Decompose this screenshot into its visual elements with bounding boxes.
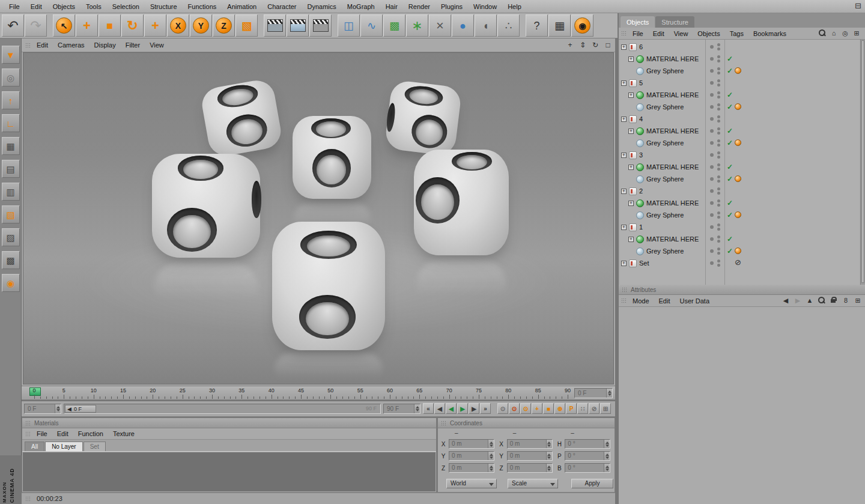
nav-forward-icon[interactable]: ▶ <box>794 297 801 304</box>
scene-die-3[interactable] <box>384 79 462 156</box>
nav-up-icon[interactable]: ▲ <box>806 297 813 304</box>
frame-slider-handle[interactable]: ◀ 0 F <box>65 405 96 413</box>
objects-panel-menu-icon[interactable]: ⊞ <box>853 29 860 37</box>
scene-die-4[interactable] <box>152 154 260 258</box>
expand-icon[interactable]: + <box>628 93 634 98</box>
stepper-icon[interactable] <box>546 452 552 460</box>
palette-edges-mode-button[interactable]: ▤ <box>2 160 20 178</box>
menu-hair[interactable]: Hair <box>380 1 403 12</box>
toolbar-lock-z-axis-button[interactable]: Z <box>213 14 235 37</box>
visibility-dots[interactable] <box>717 139 720 147</box>
menu-mograph[interactable]: MoGraph <box>342 1 380 12</box>
tree-row-material-here-10[interactable]: +MATERIAL HERE✓ <box>620 161 860 173</box>
link-view-icon[interactable]: ◎ <box>842 29 849 37</box>
menu-structure[interactable]: Structure <box>145 1 183 12</box>
viewport-menu-cameras[interactable]: Cameras <box>53 40 90 50</box>
world-dropdown[interactable]: World <box>446 479 497 488</box>
nav-back-icon[interactable]: ◀ <box>782 297 789 304</box>
menu-tools[interactable]: Tools <box>80 1 107 12</box>
tree-row-set-18[interactable]: +Set⊘ <box>620 257 860 269</box>
layer-dot[interactable] <box>710 237 714 241</box>
viewport-maximize-view-button[interactable]: □ <box>603 40 613 50</box>
layer-dot[interactable] <box>710 81 714 85</box>
stepper-icon[interactable] <box>604 464 610 472</box>
toolbar-render-picture-viewer-button[interactable] <box>287 14 309 37</box>
lock-icon[interactable] <box>830 297 837 304</box>
coordinates-drag-handle[interactable] <box>441 421 446 426</box>
tab-structure[interactable]: Structure <box>655 16 694 28</box>
attributes-drag-handle[interactable] <box>622 287 627 293</box>
menu-help[interactable]: Help <box>502 1 527 12</box>
visibility-dots[interactable] <box>717 103 720 111</box>
objects-menu-objects[interactable]: Objects <box>693 29 724 38</box>
transport-next-frame-button[interactable]: ▶ <box>469 403 479 414</box>
transport-play-backwards-button[interactable]: ◀ <box>446 403 457 414</box>
viewport-pan-view-button[interactable]: + <box>565 40 575 50</box>
coordinate-field-2-z[interactable]: 0 m <box>507 463 553 473</box>
palette-points-mode-button[interactable]: ▦ <box>2 137 20 155</box>
expand-icon[interactable]: + <box>621 261 627 266</box>
tab-objects[interactable]: Objects <box>621 16 655 28</box>
layer-dot[interactable] <box>710 153 714 157</box>
expand-icon[interactable]: + <box>628 201 634 206</box>
layer-dot[interactable] <box>710 129 714 133</box>
viewport-menu-edit[interactable]: Edit <box>32 40 53 50</box>
tree-row-grey-sphere-5[interactable]: Grey Sphere✓ <box>620 101 860 113</box>
visibility-dots[interactable] <box>717 260 720 267</box>
expand-icon[interactable]: + <box>621 153 627 158</box>
layer-dot[interactable] <box>710 93 714 97</box>
visibility-dots[interactable] <box>717 199 720 207</box>
layer-dot[interactable] <box>710 69 714 73</box>
toolbar-redo-button[interactable]: ↷ <box>25 14 47 37</box>
status-bar-handle[interactable] <box>25 496 31 502</box>
enabled-check-icon[interactable]: ✓ <box>727 199 733 207</box>
stepper-icon[interactable] <box>55 404 61 413</box>
toolbar-add-scene-object-button[interactable]: ● <box>452 14 474 37</box>
menu-objects[interactable]: Objects <box>47 1 80 12</box>
toolbar-move-tool-button[interactable]: + <box>76 14 98 37</box>
transport-keyframe-selection-button[interactable]: ⊙ <box>520 403 531 414</box>
materials-menu-file[interactable]: File <box>32 429 52 439</box>
viewport-menu-display[interactable]: Display <box>90 40 121 50</box>
window-menu-icon[interactable]: ⊟ <box>855 1 861 10</box>
attributes-menu-edit[interactable]: Edit <box>654 296 675 306</box>
coordinate-field-1-y[interactable]: 0 m <box>449 451 494 461</box>
layer-dot[interactable] <box>710 213 714 217</box>
layer-dot[interactable] <box>710 45 714 49</box>
stepper-icon[interactable] <box>546 464 552 472</box>
attributes-menu-handle[interactable] <box>621 298 627 303</box>
tree-row-grey-sphere-14[interactable]: Grey Sphere✓ <box>620 209 860 221</box>
visibility-dots[interactable] <box>717 115 720 123</box>
materials-tab-no-layer[interactable]: No Layer <box>45 442 83 451</box>
tree-row-5-3[interactable]: +5 <box>620 77 860 89</box>
layer-dot[interactable] <box>710 249 714 253</box>
find-icon[interactable] <box>818 297 825 304</box>
stepper-icon[interactable] <box>414 404 420 413</box>
enabled-check-icon[interactable]: ✓ <box>727 103 733 111</box>
visibility-dots[interactable] <box>717 175 720 183</box>
toolbar-add-sky-object-button[interactable]: ◖ <box>475 14 497 37</box>
expand-icon[interactable]: + <box>628 56 634 62</box>
expand-icon[interactable]: + <box>621 117 627 122</box>
layer-dot[interactable] <box>710 189 714 193</box>
menu-render[interactable]: Render <box>403 1 436 12</box>
palette-workplane-mode-button[interactable]: ▩ <box>2 251 20 269</box>
viewport-canvas[interactable] <box>23 52 614 384</box>
attributes-panel-menu-icon[interactable]: ⊞ <box>854 297 861 304</box>
transport-goto-end-button[interactable]: » <box>480 403 491 414</box>
materials-tab-set[interactable]: Set <box>83 442 106 451</box>
tree-row-material-here-7[interactable]: +MATERIAL HERE✓ <box>620 125 860 137</box>
materials-list-area[interactable] <box>23 452 436 491</box>
timeline-ruler[interactable]: 051015202530354045505560657075808590 0 F <box>22 386 615 400</box>
tree-row-4-6[interactable]: +4 <box>620 113 860 125</box>
stepper-icon[interactable] <box>488 440 494 448</box>
toolbar-lock-y-axis-button[interactable]: Y <box>190 14 212 37</box>
search-icon[interactable] <box>819 29 826 37</box>
transport-record-parameter-button[interactable]: P <box>566 403 577 414</box>
toolbar-render-settings-button[interactable] <box>309 14 332 37</box>
tree-row-1-15[interactable]: +1 <box>620 221 860 233</box>
transport-goto-start-button[interactable]: « <box>423 403 434 414</box>
tree-row-material-here-16[interactable]: +MATERIAL HERE✓ <box>620 233 860 245</box>
scene-die-6[interactable] <box>272 222 385 350</box>
materials-drag-handle[interactable] <box>25 421 31 426</box>
